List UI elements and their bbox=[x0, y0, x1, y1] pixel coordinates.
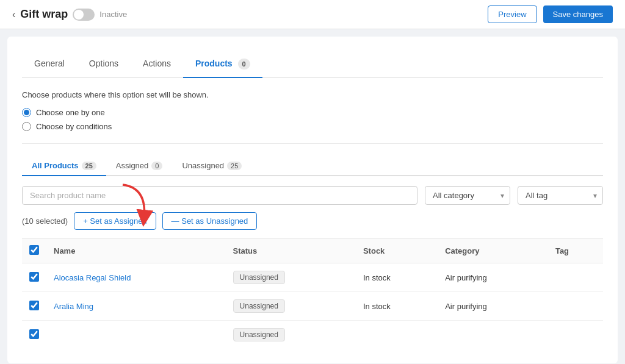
table-row: Aralia MingUnassignedIn stockAir purifyi… bbox=[22, 292, 603, 321]
actions-area: (10 selected) + Set as Assigned — Set as… bbox=[22, 212, 603, 230]
row-stock: In stock bbox=[356, 292, 438, 321]
category-filter-wrap: All categoryAir purifyingDecorative bbox=[425, 186, 510, 205]
product-link[interactable]: Aralia Ming bbox=[54, 302, 93, 311]
status-badge: Unassigned bbox=[233, 271, 285, 284]
row-checkbox-cell bbox=[22, 292, 46, 321]
set-assigned-button[interactable]: + Set as Assigned bbox=[74, 212, 156, 230]
sub-tabs: All Products 25 Assigned 0 Unassigned 25 bbox=[22, 156, 603, 176]
unassigned-badge: 25 bbox=[227, 162, 242, 170]
table-row: Unassigned bbox=[22, 321, 603, 349]
tab-general[interactable]: General bbox=[22, 51, 77, 78]
col-checkbox bbox=[22, 239, 46, 263]
tab-products[interactable]: Products 0 bbox=[183, 51, 262, 78]
row-checkbox[interactable] bbox=[29, 272, 39, 282]
select-all-checkbox[interactable] bbox=[29, 245, 39, 255]
sub-tab-all[interactable]: All Products 25 bbox=[22, 156, 106, 176]
assigned-badge: 0 bbox=[151, 162, 162, 170]
tab-options[interactable]: Options bbox=[77, 51, 131, 78]
row-tag bbox=[548, 263, 603, 292]
divider bbox=[22, 143, 603, 144]
table-row: Alocasia Regal ShieldUnassignedIn stockA… bbox=[22, 263, 603, 292]
radio-one-by-one[interactable]: Choose one by one bbox=[22, 108, 603, 117]
tag-filter[interactable]: All tag bbox=[518, 186, 603, 205]
active-toggle[interactable] bbox=[73, 9, 95, 21]
row-checkbox[interactable] bbox=[29, 301, 39, 310]
topbar: ‹ Gift wrap Inactive Preview Save change… bbox=[0, 0, 625, 29]
status-badge: Unassigned bbox=[233, 299, 285, 313]
set-unassigned-button[interactable]: — Set as Unassigned bbox=[162, 212, 258, 230]
radio-one-by-one-input[interactable] bbox=[22, 108, 31, 117]
tab-actions[interactable]: Actions bbox=[131, 51, 183, 78]
row-category: Air purifying bbox=[438, 263, 548, 292]
radio-by-conditions[interactable]: Choose by conditions bbox=[22, 122, 603, 131]
products-tab-content: Choose products where this option set wi… bbox=[22, 90, 603, 349]
col-stock: Stock bbox=[356, 239, 438, 263]
row-tag bbox=[548, 321, 603, 349]
col-tag: Tag bbox=[548, 239, 603, 263]
row-tag bbox=[548, 292, 603, 321]
preview-button[interactable]: Preview bbox=[488, 5, 536, 23]
filters-row: All categoryAir purifyingDecorative All … bbox=[22, 186, 603, 205]
product-link[interactable]: Alocasia Regal Shield bbox=[54, 273, 131, 282]
topbar-right: Preview Save changes bbox=[488, 5, 613, 23]
row-stock: In stock bbox=[356, 263, 438, 292]
tabs: General Options Actions Products 0 bbox=[22, 51, 603, 78]
row-name: Aralia Ming bbox=[46, 292, 226, 321]
search-input[interactable] bbox=[22, 186, 417, 205]
row-status: Unassigned bbox=[226, 263, 356, 292]
main-content: General Options Actions Products 0 Choos… bbox=[0, 37, 625, 363]
row-status: Unassigned bbox=[226, 321, 356, 349]
status-badge: Unassigned bbox=[233, 328, 285, 341]
back-button[interactable]: ‹ bbox=[12, 9, 15, 20]
save-button[interactable]: Save changes bbox=[543, 5, 613, 23]
row-category: Air purifying bbox=[438, 292, 548, 321]
toggle-wrap: Inactive bbox=[73, 9, 127, 21]
page-title: Gift wrap bbox=[20, 8, 68, 21]
row-checkbox-cell bbox=[22, 321, 46, 349]
all-badge: 25 bbox=[82, 162, 96, 170]
selected-count: (10 selected) bbox=[22, 216, 68, 226]
col-name: Name bbox=[46, 239, 226, 263]
category-filter[interactable]: All categoryAir purifyingDecorative bbox=[425, 186, 510, 205]
row-status: Unassigned bbox=[226, 292, 356, 321]
products-badge: 0 bbox=[238, 59, 250, 70]
radio-by-conditions-input[interactable] bbox=[22, 122, 31, 131]
selection-mode-group: Choose one by one Choose by conditions bbox=[22, 108, 603, 131]
content-card: General Options Actions Products 0 Choos… bbox=[7, 37, 618, 363]
col-status: Status bbox=[226, 239, 356, 263]
col-category: Category bbox=[438, 239, 548, 263]
sub-tab-unassigned[interactable]: Unassigned 25 bbox=[172, 156, 251, 176]
row-checkbox-cell bbox=[22, 263, 46, 292]
actions-row: (10 selected) + Set as Assigned — Set as… bbox=[22, 212, 603, 230]
section-description: Choose products where this option set wi… bbox=[22, 90, 603, 99]
row-name bbox=[46, 321, 226, 349]
row-category bbox=[438, 321, 548, 349]
topbar-left: ‹ Gift wrap Inactive bbox=[12, 8, 127, 21]
product-table: Name Status Stock Category Tag Alocasia … bbox=[22, 238, 603, 349]
toggle-label: Inactive bbox=[99, 10, 127, 19]
tag-filter-wrap: All tag bbox=[518, 186, 603, 205]
row-checkbox[interactable] bbox=[29, 329, 39, 339]
row-stock bbox=[356, 321, 438, 349]
row-name: Alocasia Regal Shield bbox=[46, 263, 226, 292]
sub-tab-assigned[interactable]: Assigned 0 bbox=[106, 156, 173, 176]
